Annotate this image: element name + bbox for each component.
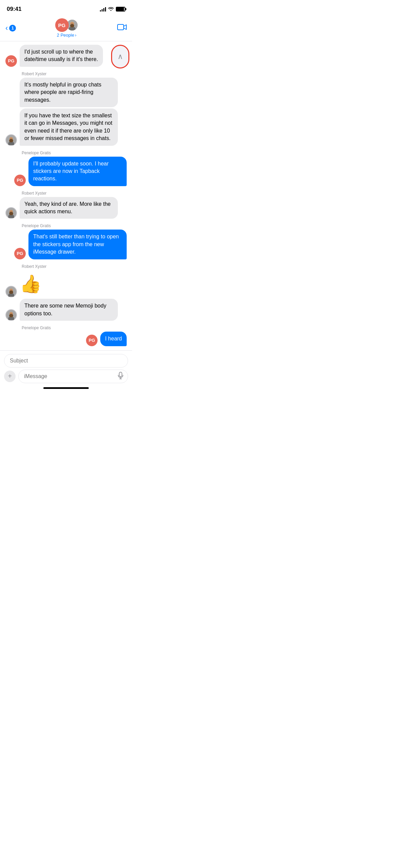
message-bubble: I'd just scroll up to where the date/tim… <box>20 45 103 67</box>
avatar <box>5 134 17 146</box>
svg-rect-6 <box>118 24 124 30</box>
message-row: There are some new Memoji body options t… <box>5 299 127 321</box>
message-row: It's mostly helpful in group chats where… <box>5 78 127 107</box>
back-badge: 1 <box>9 25 16 32</box>
message-row: I heard PG <box>5 332 127 346</box>
avatar: PG <box>86 335 98 346</box>
signal-bars-icon <box>100 7 106 12</box>
svg-point-26 <box>9 314 13 317</box>
message-input-row: + <box>4 370 128 383</box>
message-bubble: It's mostly helpful in group chats where… <box>20 78 118 107</box>
input-area: + <box>0 350 132 399</box>
battery-icon <box>116 7 125 12</box>
sender-label: Robert Xyster <box>22 191 127 196</box>
navigation-header: ‹ 1 PG 2 People › <box>0 16 132 41</box>
messages-scroll-area: ∧ PG I'd just scroll up to where the dat… <box>0 41 132 350</box>
message-bubble: There are some new Memoji body options t… <box>20 299 118 321</box>
group-avatars: PG <box>55 18 78 32</box>
avatar: PG <box>14 248 26 259</box>
messages-container: ∧ PG I'd just scroll up to where the dat… <box>0 41 132 350</box>
avatar <box>5 309 17 321</box>
avatar <box>5 207 17 219</box>
message-row: If you have the text size the smallest i… <box>5 108 127 146</box>
message-row: PG I'd just scroll up to where the date/… <box>5 45 127 67</box>
message-row: Yeah, they kind of are. More like the qu… <box>5 197 127 219</box>
sender-label: Penelope Gratis <box>22 326 127 330</box>
message-input[interactable] <box>18 370 128 383</box>
microphone-icon <box>118 372 123 381</box>
svg-point-16 <box>9 212 13 215</box>
header-center[interactable]: PG 2 People › <box>55 18 78 38</box>
message-bubble: Yeah, they kind of are. More like the qu… <box>20 197 118 219</box>
add-attachment-button[interactable]: + <box>4 371 16 382</box>
video-call-button[interactable] <box>117 23 127 33</box>
svg-rect-27 <box>119 372 122 376</box>
message-bubble: 👍 <box>20 270 42 298</box>
message-row: I'll probably update soon. I hear sticke… <box>5 157 127 186</box>
sender-label: Robert Xyster <box>22 264 127 269</box>
wifi-icon <box>108 6 114 12</box>
svg-point-5 <box>70 24 74 27</box>
svg-point-11 <box>9 139 13 142</box>
group-name[interactable]: 2 People › <box>57 33 77 38</box>
back-chevron-icon: ‹ <box>5 24 8 32</box>
sender-label: Robert Xyster <box>22 72 127 76</box>
message-row: 👍 <box>5 270 127 298</box>
sender-label: Penelope Gratis <box>22 223 127 228</box>
message-bubble: If you have the text size the smallest i… <box>20 108 118 146</box>
back-button[interactable]: ‹ 1 <box>5 24 16 32</box>
message-bubble: That's still better than trying to open … <box>28 230 127 259</box>
avatar: PG <box>5 55 17 67</box>
message-row: That's still better than trying to open … <box>5 230 127 259</box>
scroll-to-top-button[interactable]: ∧ <box>111 45 129 68</box>
status-icons <box>100 6 125 12</box>
status-bar: 09:41 <box>0 0 132 16</box>
scroll-up-chevron-icon: ∧ <box>118 52 123 61</box>
message-bubble: I'll probably update soon. I hear sticke… <box>28 157 127 186</box>
sender-label: Penelope Gratis <box>22 151 127 155</box>
status-time: 09:41 <box>7 6 21 13</box>
avatar <box>5 286 17 297</box>
avatar: PG <box>14 175 26 186</box>
home-indicator <box>43 387 89 389</box>
svg-point-21 <box>9 291 13 294</box>
message-field-wrapper <box>18 370 128 383</box>
subject-input[interactable] <box>4 354 128 368</box>
avatar-pg: PG <box>55 18 69 32</box>
message-bubble: I heard <box>100 332 127 346</box>
